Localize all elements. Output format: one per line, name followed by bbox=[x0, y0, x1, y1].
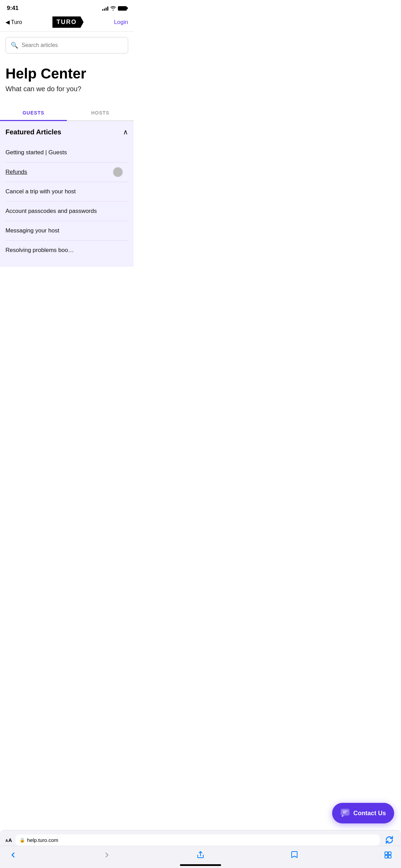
tab-hosts[interactable]: HOSTS bbox=[67, 105, 134, 120]
list-item[interactable]: Account passcodes and passwords bbox=[5, 202, 128, 221]
articles-section-title: Featured Articles bbox=[5, 128, 61, 136]
list-item[interactable]: Getting started | Guests bbox=[5, 143, 128, 162]
search-icon: 🔍 bbox=[11, 41, 18, 49]
back-nav[interactable]: ◀ Turo bbox=[5, 19, 22, 25]
search-input[interactable] bbox=[22, 42, 123, 48]
status-bar: 9:41 bbox=[0, 0, 134, 14]
page-title: Help Center bbox=[5, 66, 128, 82]
nav-bar: ◀ Turo TURO Login bbox=[0, 14, 134, 32]
battery-icon bbox=[118, 6, 127, 11]
article-dot-indicator bbox=[113, 167, 123, 177]
hero-subtitle: What can we do for you? bbox=[5, 85, 128, 93]
login-button[interactable]: Login bbox=[114, 19, 128, 26]
list-item[interactable]: Messaging your host bbox=[5, 221, 128, 241]
list-item[interactable]: Cancel a trip with your host bbox=[5, 182, 128, 202]
status-time: 9:41 bbox=[7, 5, 19, 12]
turo-logo[interactable]: TURO bbox=[52, 16, 84, 28]
wifi-icon bbox=[110, 6, 116, 11]
articles-header: Featured Articles ∧ bbox=[5, 128, 128, 136]
signal-icon bbox=[102, 6, 108, 11]
back-chevron-icon: ◀ bbox=[5, 19, 10, 25]
search-bar[interactable]: 🔍 bbox=[5, 37, 128, 53]
tabs-container: GUESTS HOSTS bbox=[0, 105, 134, 121]
list-item[interactable]: Resolving problems boo… bbox=[5, 241, 128, 260]
back-label: Turo bbox=[11, 19, 22, 25]
status-icons bbox=[102, 6, 127, 11]
search-container: 🔍 bbox=[0, 32, 134, 56]
collapse-icon[interactable]: ∧ bbox=[123, 128, 128, 136]
list-item[interactable]: Refunds bbox=[5, 162, 128, 182]
tab-guests[interactable]: GUESTS bbox=[0, 105, 67, 120]
articles-section: Featured Articles ∧ Getting started | Gu… bbox=[0, 121, 134, 267]
hero-section: Help Center What can we do for you? bbox=[0, 56, 134, 98]
